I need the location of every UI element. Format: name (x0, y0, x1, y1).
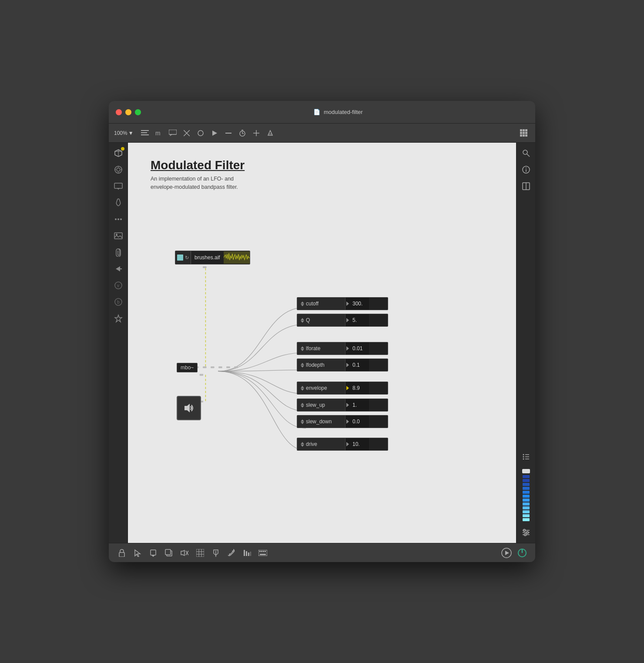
svg-rect-86 (151, 550, 156, 555)
toolbar-circle-btn[interactable] (195, 127, 207, 139)
minimize-button[interactable] (125, 109, 131, 115)
sidebar-btn-target[interactable] (111, 163, 125, 177)
sidebar-btn-circle-b[interactable]: b (111, 295, 125, 309)
bottom-copy-btn[interactable] (163, 547, 175, 559)
sidebar-btn-list[interactable] (519, 450, 533, 464)
param-lfodepth-value[interactable]: 0.1 (345, 359, 369, 371)
param-slew-down-value[interactable]: 0.0 (345, 415, 369, 428)
canvas-area[interactable]: Modulated Filter An implementation of an… (128, 143, 516, 543)
svg-rect-89 (165, 549, 171, 555)
svg-rect-43 (114, 233, 122, 239)
value-triangle-icon (346, 419, 349, 424)
param-drive-label: drive (297, 438, 345, 450)
svg-text:v: v (117, 283, 119, 288)
bottom-grid-btn[interactable] (194, 547, 206, 559)
value-triangle-icon (346, 346, 349, 351)
arrows-icon (301, 301, 304, 306)
sidebar-btn-circle-v[interactable]: v (111, 278, 125, 292)
svg-marker-87 (151, 555, 155, 557)
svg-rect-57 (211, 366, 214, 368)
value-triangle-icon (346, 363, 349, 367)
volume-meter-container (522, 468, 530, 523)
zoom-control[interactable]: 100% ▼ (114, 130, 134, 136)
close-button[interactable] (116, 109, 122, 115)
mbo-object[interactable]: mbo~ (177, 363, 198, 372)
sidebar-btn-dots[interactable] (111, 212, 125, 226)
sidebar-btn-display[interactable] (111, 179, 125, 193)
toolbar: 100% ▼ m (109, 124, 535, 143)
sidebar-btn-star[interactable] (111, 311, 125, 325)
toolbar-timer-btn[interactable] (236, 127, 248, 139)
value-triangle-icon (346, 442, 349, 446)
param-q-value[interactable]: 5. (345, 314, 369, 326)
sidebar-btn-sliders[interactable] (519, 526, 533, 539)
audio-square-icon (177, 254, 183, 261)
param-lforate-value[interactable]: 0.01 (345, 342, 369, 355)
maximize-button[interactable] (135, 109, 141, 115)
bottom-pin-btn[interactable] (210, 547, 222, 559)
meter-seg-6 (523, 499, 530, 502)
arrows-icon (301, 403, 304, 408)
param-slew-up-value[interactable]: 1. (345, 399, 369, 411)
toolbar-x-btn[interactable] (181, 127, 193, 139)
arrows-icon (301, 346, 304, 351)
bottom-select-btn[interactable] (131, 547, 144, 559)
param-envelope[interactable]: envelope 8.9 (297, 382, 388, 395)
param-drive[interactable]: drive 10. (297, 438, 388, 451)
bottom-lock-btn[interactable] (116, 547, 128, 559)
sidebar-btn-info[interactable] (519, 163, 533, 177)
svg-point-74 (523, 456, 524, 458)
param-drive-value[interactable]: 10. (345, 438, 369, 450)
bottom-play-btn[interactable] (500, 547, 513, 559)
toolbar-minus-btn[interactable] (222, 127, 235, 139)
svg-point-40 (115, 218, 117, 220)
svg-rect-26 (523, 134, 525, 137)
bottom-mute-btn[interactable] (178, 547, 191, 559)
bottom-keyboard-btn[interactable] (257, 547, 269, 559)
bottom-power-btn[interactable] (516, 547, 528, 559)
bottom-wrench-btn[interactable] (225, 547, 238, 559)
param-q[interactable]: Q 5. (297, 314, 388, 327)
param-lforate[interactable]: lforate 0.01 (297, 342, 388, 355)
param-slew-up[interactable]: slew_up 1. (297, 398, 388, 412)
bottom-bars-btn[interactable] (241, 547, 253, 559)
svg-point-32 (117, 168, 120, 171)
param-cutoff-value[interactable]: 300. (345, 298, 369, 310)
sidebar-btn-arrow[interactable] (111, 262, 125, 276)
audio-waveform (224, 251, 250, 264)
sidebar-btn-image[interactable] (111, 229, 125, 243)
param-slew-down[interactable]: slew_down 0.0 (297, 415, 388, 428)
meter-seg-5 (523, 502, 530, 506)
speaker-object[interactable] (177, 396, 201, 420)
param-lfodepth[interactable]: lfodepth 0.1 (297, 358, 388, 372)
toolbar-matrix-btn[interactable]: m (153, 127, 165, 139)
svg-text:b: b (117, 300, 120, 305)
sidebar-btn-note[interactable] (111, 196, 125, 210)
param-envelope-value[interactable]: 8.9 (345, 382, 369, 394)
sidebar-btn-paperclip[interactable] (111, 245, 125, 259)
svg-marker-110 (505, 551, 509, 555)
toolbar-add-btn[interactable] (250, 127, 262, 139)
svg-rect-19 (520, 129, 522, 131)
param-cutoff-label: cutoff (297, 298, 345, 310)
svg-point-65 (523, 150, 527, 154)
desc-line1: An implementation of an LFO- and (151, 176, 234, 182)
audio-file-object[interactable]: ↻ brushes.aif (175, 251, 250, 265)
sidebar-btn-panel[interactable] (519, 179, 533, 193)
bottom-bookmark-btn[interactable] (147, 547, 159, 559)
param-cutoff[interactable]: cutoff 300. (297, 297, 388, 310)
toolbar-fill-btn[interactable] (264, 127, 276, 139)
toolbar-grid-btn[interactable] (518, 127, 530, 139)
toolbar-text-btn[interactable] (139, 127, 151, 139)
desc-line2: envelope-modulated bandpass filter. (151, 184, 238, 190)
svg-marker-90 (181, 550, 184, 556)
sidebar-btn-cube[interactable] (111, 146, 125, 160)
svg-rect-0 (141, 130, 149, 131)
refresh-icon[interactable]: ↻ (185, 255, 189, 261)
zoom-value: 100% (114, 130, 127, 136)
sidebar-btn-search[interactable] (519, 146, 533, 160)
volume-handle[interactable] (522, 469, 530, 473)
toolbar-comment-btn[interactable] (167, 127, 179, 139)
toolbar-play-btn[interactable] (208, 127, 221, 139)
svg-rect-27 (525, 134, 527, 137)
